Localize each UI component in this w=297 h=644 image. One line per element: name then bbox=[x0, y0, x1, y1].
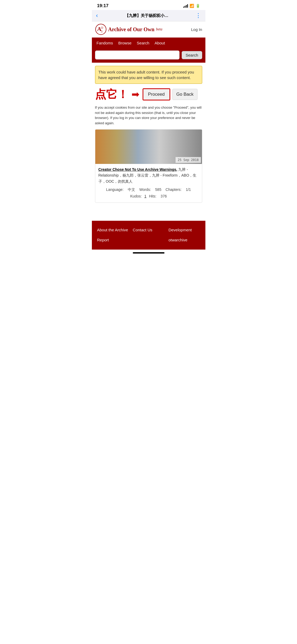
work-date: 25 Sep 2018 bbox=[176, 157, 201, 163]
svg-text:O: O bbox=[101, 26, 103, 30]
time: 19:17 bbox=[97, 3, 109, 8]
more-button[interactable]: ⋮ bbox=[194, 12, 202, 19]
work-meta: Language: 中文 Words: 585 Chapters: 1/1 Ku… bbox=[98, 186, 199, 200]
words-label: Words: bbox=[139, 187, 151, 192]
footer: About the Archive Contact Us Development… bbox=[92, 221, 205, 250]
goback-button[interactable]: Go Back bbox=[172, 89, 197, 100]
main-content: This work could have adult content. If y… bbox=[92, 63, 205, 210]
adult-warning-text: This work could have adult content. If y… bbox=[98, 70, 194, 80]
search-button[interactable]: Search bbox=[182, 51, 202, 59]
work-card: 25 Sep 2018 Creator Chose Not To Use Arc… bbox=[95, 129, 202, 203]
work-info: Creator Chose Not To Use Archive Warning… bbox=[95, 164, 202, 203]
proceed-section: 点它！ ➡ Proceed Go Back bbox=[95, 87, 202, 102]
browser-chrome: ‹ 【九辨】关于杨驼驼小… ⋮ bbox=[92, 10, 205, 21]
adult-warning-box: This work could have adult content. If y… bbox=[95, 66, 202, 84]
nav-about[interactable]: About bbox=[152, 38, 168, 48]
status-bar: 19:17 📶 🔋 bbox=[92, 0, 205, 10]
ao3-logo-icon: A O 3 bbox=[95, 24, 107, 35]
back-button[interactable]: ‹ bbox=[95, 12, 99, 19]
search-input[interactable] bbox=[95, 50, 180, 59]
kudos-label: Kudos: bbox=[130, 194, 142, 198]
browser-title: 【九辨】关于杨驼驼小… bbox=[102, 13, 192, 18]
status-icons: 📶 🔋 bbox=[183, 4, 200, 8]
language-label: Language: bbox=[106, 187, 124, 192]
chinese-annotation: 点它！ bbox=[95, 87, 128, 102]
chapters-value: 1/1 bbox=[186, 187, 191, 192]
home-indicator bbox=[92, 250, 205, 255]
work-primary-tag[interactable]: Creator Chose Not To Use Archive Warning… bbox=[98, 167, 177, 172]
nav-search[interactable]: Search bbox=[134, 38, 152, 48]
home-bar bbox=[133, 252, 164, 254]
ao3-header: A O 3 Archive of Our Own beta Log In bbox=[92, 21, 205, 38]
nav-bar: Fandoms Browse Search About bbox=[92, 38, 205, 48]
ao3-logo-area[interactable]: A O 3 Archive of Our Own beta bbox=[95, 24, 162, 35]
cookie-notice: If you accept cookies from our site and … bbox=[95, 105, 202, 126]
proceed-button[interactable]: Proceed bbox=[143, 88, 170, 100]
login-link[interactable]: Log In bbox=[191, 27, 202, 32]
footer-link-otw[interactable]: otwarchive bbox=[168, 237, 200, 243]
footer-link-development[interactable]: Development bbox=[168, 227, 200, 233]
footer-links: About the Archive Contact Us Development… bbox=[97, 227, 200, 243]
wifi-icon: 📶 bbox=[190, 4, 194, 8]
language-value: 中文 bbox=[128, 187, 135, 192]
footer-link-about[interactable]: About the Archive bbox=[97, 227, 129, 233]
footer-link-empty bbox=[133, 237, 164, 243]
svg-text:3: 3 bbox=[101, 30, 102, 33]
hits-label: Hits: bbox=[149, 194, 156, 198]
work-tags: Creator Chose Not To Use Archive Warning… bbox=[98, 167, 199, 184]
kudos-value[interactable]: 1 bbox=[144, 194, 147, 198]
footer-link-report[interactable]: Report bbox=[97, 237, 129, 243]
ao3-site-title: Archive of Our Own bbox=[108, 26, 154, 33]
signal-icon bbox=[183, 4, 188, 8]
arrow-icon: ➡ bbox=[131, 89, 139, 100]
nav-browse[interactable]: Browse bbox=[116, 38, 134, 48]
words-value: 585 bbox=[155, 187, 161, 192]
hits-value: 376 bbox=[161, 194, 167, 198]
search-bar: Search bbox=[92, 48, 205, 63]
nav-fandoms[interactable]: Fandoms bbox=[94, 38, 116, 48]
footer-link-contact[interactable]: Contact Us bbox=[133, 227, 164, 233]
battery-icon: 🔋 bbox=[196, 4, 200, 8]
work-thumbnail: 25 Sep 2018 bbox=[95, 130, 202, 164]
ao3-beta-label: beta bbox=[156, 27, 162, 31]
chapters-label: Chapters: bbox=[166, 187, 182, 192]
